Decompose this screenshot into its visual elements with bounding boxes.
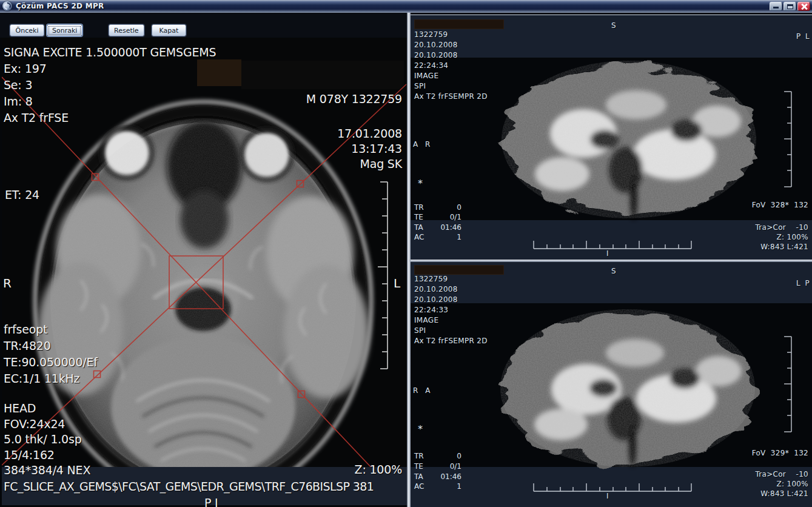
opt-line: frfseopt [4,323,47,336]
zoom-line: Z: 100% [730,233,808,241]
study-date: 20.10.2008 [414,285,458,294]
param-value: 0/1 [432,462,461,471]
date-line: 17.01.2008 [275,127,402,140]
study-date: 20.10.2008 [414,41,458,49]
param-row: TA 01:46 [414,472,466,481]
exam-line: Ex: 197 [4,62,47,75]
param-row: AC 1 [414,233,466,241]
scale-ruler-vertical [782,88,800,194]
ec-line: EC:1/1 11kHz [4,372,79,385]
param-label: TR [414,452,432,460]
param-value: 0/1 [432,213,461,221]
param-value: 1 [432,233,461,241]
param-value: 0 [432,203,461,212]
orientation-marker-right: L P [796,279,811,287]
param-row: TE 0/1 [414,462,466,471]
orientation-marker-top-left: R A [413,386,432,395]
scale-ruler-vertical [782,333,800,439]
next-button[interactable]: Sonraki [47,24,82,36]
param-label: TR [414,203,432,212]
psd-line: FC_SLICE_AX_GEMS$\FC\SAT_GEMS\EDR_GEMS\T… [4,480,374,493]
crosshair-handle[interactable] [94,371,101,378]
orientation-marker-right: R [3,276,12,290]
app-logo-icon [2,1,12,11]
param-label: TE [414,213,432,221]
type-line: IMAGE [414,72,438,80]
logo-swirl [3,2,12,10]
orientation-line: Tra>Cor -10 [730,223,808,232]
param-value: 01:46 [432,472,461,481]
fov-line: FoV 328* 132 [730,201,808,209]
fov-line: FOV:24x24 [4,417,65,431]
param-value: 01:46 [432,223,461,232]
scale-ruler-vertical [372,177,396,377]
series-time: 22:24:34 [414,61,448,70]
patient-id: 1322759 [414,275,448,283]
et-line: ET: 24 [5,188,39,201]
orientation-marker-right: P L [796,32,811,41]
scale-ruler-horizontal [531,480,694,496]
minimize-icon [773,7,779,8]
series-date: 20.10.2008 [414,51,458,59]
thickness-line: 5.0 thk/ 1.0sp [4,432,82,446]
param-value: 1 [432,482,461,491]
param-row: TE 0/1 [414,213,466,221]
time-line: 13:17:43 [275,142,402,155]
series-time: 22:24:33 [414,306,448,314]
zoom-line: Z: 100% [730,480,808,488]
toolbar: Önceki Sonraki Resetle Kapat [0,13,410,38]
scale-ruler-horizontal [531,238,694,254]
crosshair-handle[interactable] [92,174,99,181]
orientation-marker-left: L [394,276,400,290]
bodypart-line: HEAD [4,401,36,415]
orientation-marker-bottom: P I [204,496,218,507]
close-button[interactable] [797,2,810,11]
axial-viewport[interactable]: SIGNA EXCITE 1.500000T GEMSGEMS Ex: 197 … [2,38,407,507]
orientation-marker-bottom: I [606,249,609,258]
param-label: TE [414,462,432,471]
param-label: AC [414,482,432,491]
image-line: Im: 8 [4,95,33,108]
patient-id: 1322759 [414,30,448,39]
series-date: 20.10.2008 [414,295,458,304]
coil-line: SPI [414,326,426,335]
param-row: AC 1 [414,482,466,491]
orientation-line: Tra>Cor -10 [730,470,808,478]
mpr-viewport-bottom[interactable]: 1322759 20.10.2008 20.10.2008 22:24:33 I… [411,262,812,507]
redaction-box [414,19,504,29]
app-window: Çözüm PACS 2D MPR Önceki Sonraki Resetle… [0,0,812,507]
coil-line: SPI [414,82,426,90]
previous-button[interactable]: Önceki [10,24,44,36]
te-line: TE:90.050000/Ef [4,355,98,369]
mag-line: Mag SK [275,157,402,170]
zoom-line: Z: 100% [275,463,402,476]
tr-line: TR:4820 [4,339,51,352]
maximize-button[interactable] [783,2,796,11]
titlebar[interactable]: Çözüm PACS 2D MPR [0,0,812,13]
maximize-icon [787,4,793,9]
window-level-line: W:843 L:421 [730,489,808,498]
window-title: Çözüm PACS 2D MPR [16,2,104,10]
reset-button[interactable]: Resetle [109,24,144,36]
patient-line: M 078Y 1322759 [275,92,402,106]
param-row: TA 01:46 [414,223,466,232]
series-line: Se: 3 [4,78,32,92]
mpr-viewport-top[interactable]: 1322759 20.10.2008 20.10.2008 22:24:34 I… [411,15,812,260]
param-label: TA [414,223,432,232]
minimize-button[interactable] [770,2,782,11]
orientation-marker-bottom: I [606,492,609,500]
type-line: IMAGE [414,316,438,324]
orientation-marker-top: S [611,267,616,275]
close-view-button[interactable]: Kapat [152,24,186,36]
timing-line: 15/4:162 [4,448,55,462]
device-line: SIGNA EXCITE 1.500000T GEMSGEMS [4,45,216,59]
fov-line: FoV 329* 132 [730,449,808,457]
sequence-line: Ax T2 frFSEMPR 2D [414,92,488,101]
sequence-line: Ax T2 frFSEMPR 2D [414,337,488,345]
reference-star: * [418,423,423,435]
param-row: TR 0 [414,203,466,212]
param-row: TR 0 [414,452,466,460]
redaction-box [414,265,504,275]
param-label: AC [414,233,432,241]
window-controls [770,2,810,11]
